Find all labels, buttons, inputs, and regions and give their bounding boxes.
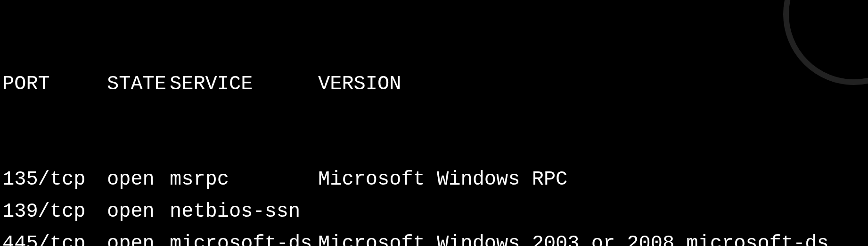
service-value: netbios-ssn (170, 196, 318, 228)
header-port: PORT (2, 68, 107, 100)
service-value: microsoft-ds (170, 228, 318, 246)
port-value: 135/tcp (2, 164, 107, 195)
port-row: 139/tcpopennetbios-ssn (2, 196, 866, 228)
terminal-output: PORT STATE SERVICE VERSION 135/tcpopenms… (2, 5, 866, 246)
port-value: 445/tcp (2, 228, 107, 246)
version-value: Microsoft Windows 2003 or 2008 microsoft… (318, 228, 866, 246)
service-value: msrpc (170, 164, 318, 195)
header-row: PORT STATE SERVICE VERSION (2, 68, 866, 100)
port-value: 139/tcp (2, 196, 107, 228)
header-service: SERVICE (170, 68, 318, 100)
header-state: STATE (107, 68, 170, 100)
port-row: 135/tcpopenmsrpcMicrosoft Windows RPC (2, 164, 866, 196)
port-row: 445/tcpopenmicrosoft-dsMicrosoft Windows… (2, 228, 866, 246)
version-value: Microsoft Windows RPC (318, 164, 866, 195)
state-value: open (107, 196, 170, 228)
header-version: VERSION (318, 68, 866, 100)
state-value: open (107, 228, 170, 246)
state-value: open (107, 164, 170, 195)
